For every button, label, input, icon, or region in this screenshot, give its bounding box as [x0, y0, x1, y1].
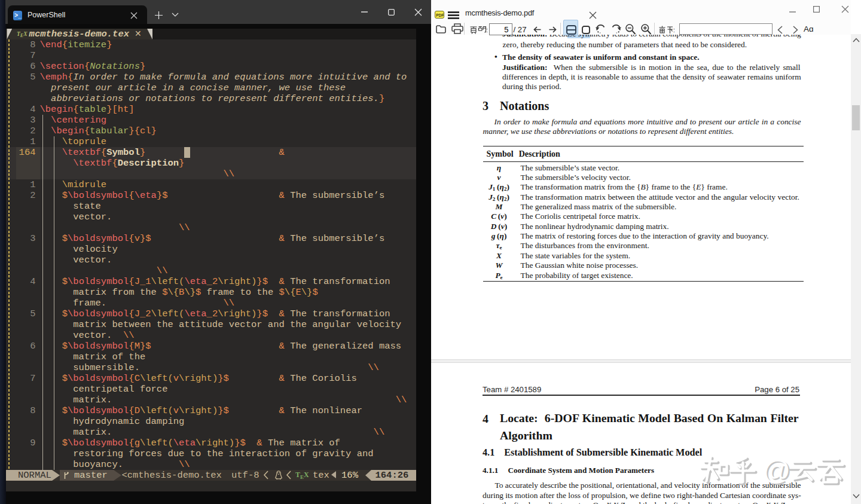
svg-text:PDF: PDF [436, 13, 444, 17]
svg-text::: : [673, 27, 675, 33]
svg-text::: : [486, 27, 488, 33]
svg-text:@: @ [763, 455, 791, 486]
